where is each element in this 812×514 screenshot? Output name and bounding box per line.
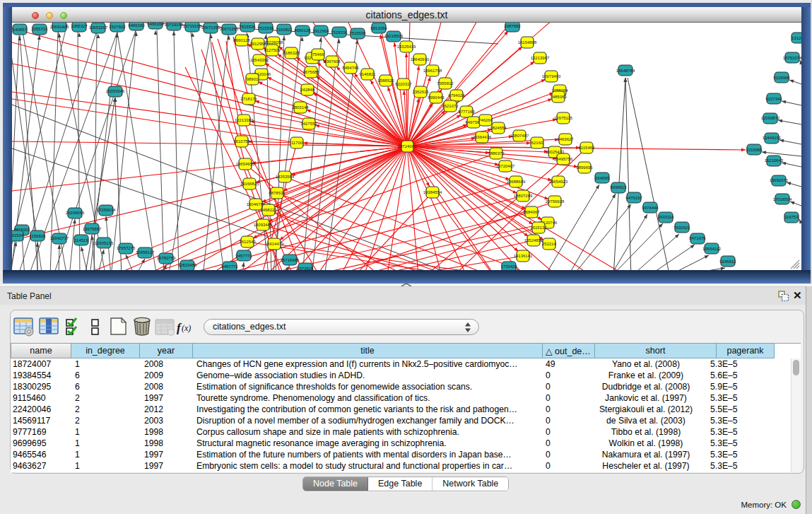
svg-text:8186328: 8186328	[283, 51, 300, 55]
svg-text:19384554: 19384554	[423, 190, 442, 194]
svg-text:20756928: 20756928	[546, 199, 565, 204]
svg-text:0899695: 0899695	[576, 165, 593, 170]
svg-text:20053346: 20053346	[106, 89, 125, 93]
svg-text:8471676: 8471676	[689, 236, 706, 240]
svg-text:10719155: 10719155	[183, 24, 202, 28]
svg-text:8454749: 8454749	[342, 66, 359, 70]
svg-text:15720407: 15720407	[496, 164, 515, 168]
svg-text:19218506: 19218506	[384, 34, 404, 38]
svg-text:19654923: 19654923	[549, 180, 568, 184]
svg-text:10807487: 10807487	[510, 134, 529, 138]
svg-text:18640910: 18640910	[411, 57, 430, 62]
svg-text:1824554: 1824554	[490, 126, 507, 130]
svg-text:12942737: 12942737	[50, 236, 69, 240]
svg-text:12213967: 12213967	[531, 56, 550, 60]
svg-text:16154808: 16154808	[518, 40, 537, 45]
svg-text:12823485: 12823485	[178, 263, 197, 267]
svg-text:11700: 11700	[291, 141, 303, 145]
svg-text:14353584: 14353584	[276, 175, 295, 179]
svg-text:13524851: 13524851	[524, 238, 543, 243]
svg-text:8813054: 8813054	[370, 26, 387, 30]
svg-text:6479197: 6479197	[625, 196, 642, 200]
svg-text:8938913: 8938913	[610, 185, 627, 189]
svg-text:746266: 746266	[478, 118, 493, 122]
svg-text:242848: 242848	[300, 88, 315, 92]
svg-text:1588520: 1588520	[377, 78, 394, 83]
svg-text:9245612: 9245612	[719, 259, 736, 264]
svg-text:18724007: 18724007	[398, 144, 417, 148]
svg-text:12444191: 12444191	[763, 136, 782, 140]
svg-text:62160: 62160	[531, 141, 543, 145]
svg-text:15692971: 15692971	[770, 178, 789, 182]
svg-text:9463627: 9463627	[557, 137, 574, 141]
svg-text:15716485: 15716485	[281, 258, 300, 262]
svg-text:16671355: 16671355	[220, 27, 239, 31]
svg-text:7515536: 7515536	[257, 26, 274, 30]
svg-text:2087682: 2087682	[504, 24, 521, 28]
svg-text:12975115: 12975115	[554, 116, 573, 120]
svg-text:15751074: 15751074	[783, 56, 801, 60]
svg-text:1527602: 1527602	[109, 25, 126, 29]
svg-text:14136141: 14136141	[514, 254, 533, 258]
svg-text:2933114: 2933114	[658, 215, 675, 219]
svg-text:(x): (x)	[182, 323, 191, 333]
svg-text:16495756: 16495756	[554, 157, 573, 161]
svg-text:3215955: 3215955	[746, 148, 763, 152]
svg-text:1610755: 1610755	[233, 139, 250, 144]
svg-text:7515536: 7515536	[239, 25, 256, 29]
svg-text:114519: 114519	[74, 238, 88, 243]
svg-text:9129906: 9129906	[773, 76, 790, 80]
svg-text:1615132: 1615132	[530, 226, 547, 230]
svg-text:7515536: 7515536	[331, 30, 348, 35]
svg-text:19166825: 19166825	[240, 182, 259, 186]
svg-text:10654112: 10654112	[702, 247, 722, 251]
svg-text:8660128: 8660128	[294, 28, 311, 33]
svg-text:13325419: 13325419	[397, 45, 416, 49]
svg-text:12505135: 12505135	[95, 241, 114, 245]
svg-text:17359914: 17359914	[97, 208, 116, 212]
svg-text:391534: 391534	[12, 233, 24, 238]
svg-text:6466160: 6466160	[128, 23, 145, 28]
svg-text:9457771: 9457771	[221, 264, 238, 269]
svg-text:16961758: 16961758	[423, 69, 442, 73]
svg-text:252214: 252214	[542, 242, 557, 246]
svg-text:23226058: 23226058	[264, 40, 283, 45]
svg-text:17957275: 17957275	[117, 246, 136, 250]
svg-text:9457771: 9457771	[235, 254, 252, 258]
svg-text:9115460: 9115460	[579, 146, 596, 150]
svg-text:7163822: 7163822	[276, 28, 293, 32]
svg-text:2718170: 2718170	[240, 97, 257, 101]
svg-text:10958117: 10958117	[136, 250, 155, 255]
svg-text:19654955: 19654955	[236, 162, 255, 166]
svg-text:9474444: 9474444	[642, 206, 659, 210]
svg-text:8990443: 8990443	[428, 95, 445, 100]
svg-text:7485063: 7485063	[550, 95, 567, 99]
svg-text:10688609: 10688609	[507, 180, 526, 184]
svg-text:131254: 131254	[792, 36, 801, 40]
svg-text:9127509: 9127509	[264, 48, 281, 52]
svg-text:6794024: 6794024	[448, 93, 465, 98]
svg-text:10719155: 10719155	[165, 23, 184, 27]
svg-text:3427552: 3427552	[300, 122, 317, 126]
svg-text:1065327: 1065327	[71, 24, 88, 28]
svg-text:20206556: 20206556	[66, 211, 85, 215]
svg-text:20691406: 20691406	[50, 25, 69, 29]
svg-text:16914479: 16914479	[265, 242, 284, 246]
svg-text:116753: 116753	[784, 215, 799, 219]
svg-text:3912954: 3912954	[312, 29, 329, 33]
svg-text:2367608: 2367608	[324, 59, 341, 64]
svg-text:16093489: 16093489	[254, 223, 273, 227]
svg-text:9146821: 9146821	[359, 72, 376, 76]
svg-text:8660128: 8660128	[233, 38, 250, 42]
svg-text:98901: 98901	[247, 77, 259, 81]
svg-text:7955812: 7955812	[437, 81, 454, 86]
svg-text:16671355: 16671355	[201, 25, 220, 30]
svg-text:8220317: 8220317	[395, 82, 412, 86]
svg-text:20364436: 20364436	[473, 135, 492, 139]
svg-text:1733426: 1733426	[500, 264, 517, 269]
svg-text:10543362: 10543362	[250, 58, 269, 62]
svg-text:2803144: 2803144	[292, 105, 309, 110]
svg-text:1498222: 1498222	[260, 208, 277, 212]
svg-text:1156829: 1156829	[30, 234, 47, 238]
svg-text:7886372: 7886372	[488, 151, 505, 156]
